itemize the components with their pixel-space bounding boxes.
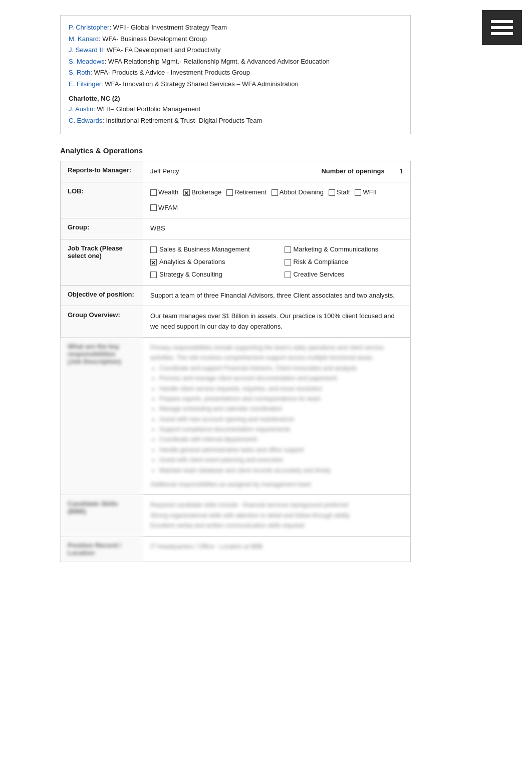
job-track-options: Sales & Business ManagementMarketing & C… (150, 244, 403, 280)
contact-item: P. Christopher: WFII- Global Investment … (69, 23, 402, 33)
document-thumbnail (482, 10, 522, 45)
job-track-option-label: Analytics & Operations (159, 257, 225, 268)
job-track-option-label: Risk & Compliance (294, 257, 349, 268)
thumbnail-line (491, 26, 513, 29)
lob-option: Retirement (226, 187, 267, 198)
contact-name[interactable]: S. Meadows (69, 58, 105, 65)
checked-checkbox[interactable] (150, 259, 157, 266)
group-label: Group: (61, 218, 143, 239)
contact-name[interactable]: M. Kanard (69, 35, 99, 43)
job-track-option: Strategy & Consulting (150, 270, 270, 280)
charlotte-contact-item: J. Austin: WFII– Global Portfolio Manage… (69, 104, 402, 114)
lob-option-label: WFAM (158, 203, 178, 213)
group-overview-value: Our team manages over $1 Billion in asse… (143, 306, 411, 338)
unchecked-checkbox[interactable] (272, 189, 278, 196)
lob-label: LOB: (61, 182, 143, 218)
section-title: Analytics & Operations (60, 146, 522, 155)
group-overview-label: Group Overview: (61, 306, 143, 338)
job-track-option-label: Strategy & Consulting (159, 270, 222, 280)
thumbnail-line (491, 32, 513, 35)
blurred-content-3: IT Headquarters / Office - Location at B… (150, 542, 403, 552)
contact-name[interactable]: P. Christopher (69, 24, 109, 31)
blurred-content-2: Required candidate skills include - fina… (150, 500, 403, 531)
job-track-option: Risk & Compliance (285, 257, 404, 268)
charlotte-header: Charlotte, NC (2) (69, 95, 402, 102)
blurred-responsibilities-row: What are the keyresponsibilities(Job Des… (61, 337, 411, 494)
unchecked-checkbox[interactable] (285, 259, 291, 266)
job-track-label: Job Track (Please select one) (61, 239, 143, 285)
lob-option: Abbot Downing (272, 187, 324, 198)
contact-role: : WFA- Business Development Group (99, 35, 207, 43)
contact-role: : WFA Relationship Mgmt.- Relationship M… (105, 58, 330, 65)
reports-to-row: Reports-to Manager: Jeff Percy Number of… (61, 161, 411, 182)
charlotte-contact-role: : WFII– Global Portfolio Management (93, 105, 200, 113)
num-openings-value: 1 (400, 166, 403, 177)
blurred-label-2: Candidate Skills (BBB) (61, 495, 143, 536)
lob-option-label: Wealth (158, 187, 178, 198)
contact-name[interactable]: E. Filsinger (69, 80, 101, 88)
blurred-label-1: What are the keyresponsibilities(Job Des… (61, 337, 143, 494)
group-overview-row: Group Overview: Our team manages over $1… (61, 306, 411, 338)
contact-role: : WFA- Products & Advice - Investment Pr… (90, 69, 250, 76)
blurred-content-1: Primary responsibilities include support… (150, 343, 403, 489)
lob-option-label: Retirement (234, 187, 267, 198)
charlotte-contact-name[interactable]: J. Austin (69, 105, 93, 113)
charlotte-list: J. Austin: WFII– Global Portfolio Manage… (69, 104, 402, 125)
charlotte-contact-item: C. Edwards: Institutional Retirement & T… (69, 116, 402, 126)
lob-option: Brokerage (183, 187, 221, 198)
contact-role: : WFII- Global Investment Strategy Team (109, 24, 227, 31)
job-track-option-label: Marketing & Communications (294, 244, 379, 255)
reports-to-label: Reports-to Manager: (61, 161, 143, 182)
job-track-row: Job Track (Please select one) Sales & Bu… (61, 239, 411, 285)
unchecked-checkbox[interactable] (226, 189, 233, 196)
lob-row: LOB: WealthBrokerageRetirementAbbot Down… (61, 182, 411, 218)
objective-row: Objective of position: Support a team of… (61, 285, 411, 306)
unchecked-checkbox[interactable] (150, 189, 157, 196)
contact-role: : WFA- Innovation & Strategy Shared Serv… (101, 80, 299, 88)
unchecked-checkbox[interactable] (150, 204, 157, 211)
unchecked-checkbox[interactable] (150, 246, 157, 253)
unchecked-checkbox[interactable] (285, 246, 291, 253)
job-track-option: Sales & Business Management (150, 244, 270, 255)
blurred-skills-row: Candidate Skills (BBB) Required candidat… (61, 495, 411, 536)
contact-name[interactable]: J. Seward II (69, 46, 103, 54)
unchecked-checkbox[interactable] (150, 272, 157, 278)
job-track-option: Creative Services (285, 270, 404, 280)
objective-label: Objective of position: (61, 285, 143, 306)
charlotte-contact-name[interactable]: C. Edwards (69, 117, 102, 124)
lob-options: WealthBrokerageRetirementAbbot DowningSt… (150, 187, 403, 213)
contact-item: J. Seward II: WFA- FA Development and Pr… (69, 45, 402, 55)
contact-item: E. Filsinger: WFA- Innovation & Strategy… (69, 79, 402, 89)
num-openings-label: Number of openings (321, 166, 384, 177)
job-track-option-label: Sales & Business Management (159, 244, 250, 255)
checked-checkbox[interactable] (183, 189, 190, 196)
job-track-option-label: Creative Services (294, 270, 345, 280)
contact-item: S. Meadows: WFA Relationship Mgmt.- Rela… (69, 57, 402, 67)
lob-option: WFII (355, 187, 376, 198)
form-table: Reports-to Manager: Jeff Percy Number of… (60, 161, 411, 562)
job-track-option: Analytics & Operations (150, 257, 270, 268)
unchecked-checkbox[interactable] (329, 189, 335, 196)
objective-value: Support a team of three Financial Adviso… (143, 285, 411, 306)
unchecked-checkbox[interactable] (355, 189, 361, 196)
blurred-label-3: Position Record /Location (61, 536, 143, 562)
group-row: Group: WBS (61, 218, 411, 239)
contact-list: P. Christopher: WFII- Global Investment … (69, 23, 402, 89)
lob-option-label: WFII (363, 187, 376, 198)
reports-to-value: Jeff Percy (150, 166, 179, 177)
blurred-location-row: Position Record /Location IT Headquarter… (61, 536, 411, 562)
contacts-section: P. Christopher: WFII- Global Investment … (60, 15, 411, 134)
lob-option-label: Staff (337, 187, 350, 198)
contact-role: : WFA- FA Development and Productivity (103, 46, 221, 54)
lob-option-label: Abbot Downing (280, 187, 324, 198)
charlotte-contact-role: : Institutional Retirement & Trust- Digi… (102, 117, 262, 124)
lob-option-label: Brokerage (191, 187, 221, 198)
lob-option: Wealth (150, 187, 178, 198)
contact-item: S. Roth: WFA- Products & Advice - Invest… (69, 68, 402, 78)
lob-option: Staff (329, 187, 350, 198)
contact-item: M. Kanard: WFA- Business Development Gro… (69, 34, 402, 44)
unchecked-checkbox[interactable] (285, 272, 291, 278)
contact-name[interactable]: S. Roth (69, 69, 90, 76)
job-track-option: Marketing & Communications (285, 244, 404, 255)
thumbnail-line (491, 20, 513, 23)
